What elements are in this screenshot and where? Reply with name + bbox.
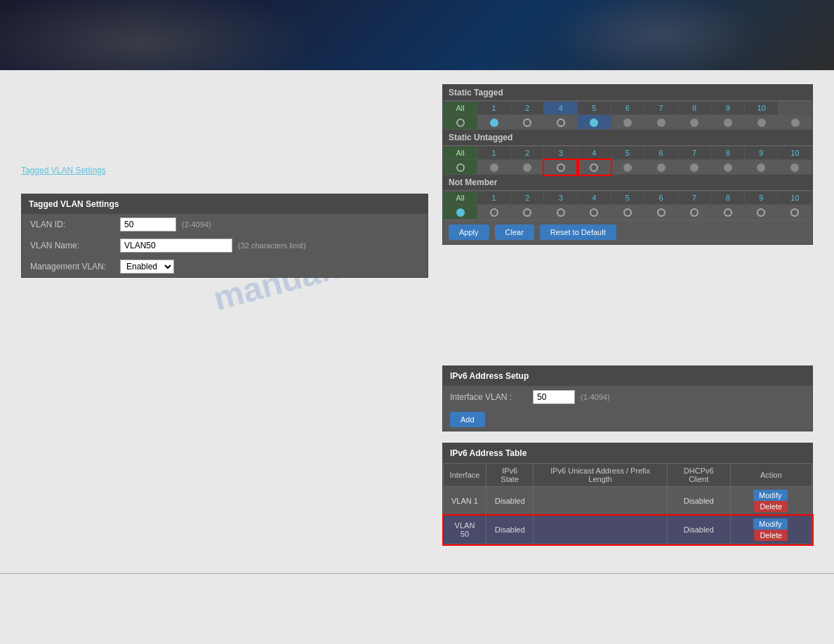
ucol-9: 9 bbox=[745, 147, 779, 160]
ipv6-interface-row: Interface VLAN : (1-4094) bbox=[443, 386, 812, 408]
mgmt-vlan-select[interactable]: Enabled Disabled bbox=[120, 260, 174, 274]
all-cell[interactable] bbox=[444, 115, 477, 130]
radio-n7[interactable] bbox=[690, 208, 699, 217]
vlan-settings-link[interactable]: Tagged VLAN Settings bbox=[21, 166, 428, 175]
vlan1-delete-btn[interactable]: Delete bbox=[754, 501, 788, 512]
ipv6-address-table: Interface IPv6 State IPv6 Unicast Addres… bbox=[443, 463, 812, 544]
radio-n10[interactable] bbox=[790, 208, 799, 217]
ncol-2: 2 bbox=[510, 192, 544, 205]
ipv6-table-title: IPv6 Address Table bbox=[443, 443, 812, 463]
col-action: Action bbox=[730, 464, 812, 487]
ucol-2: 2 bbox=[510, 147, 544, 160]
vlan-name-input[interactable] bbox=[120, 239, 232, 253]
ncol-8: 8 bbox=[711, 192, 745, 205]
radio-7[interactable] bbox=[690, 119, 699, 127]
vlan50-delete-btn[interactable]: Delete bbox=[754, 530, 788, 541]
static-tagged-table: All 1 2 4 5 6 7 8 9 10 bbox=[443, 101, 812, 130]
static-untagged-row bbox=[444, 160, 812, 175]
radio-n6[interactable] bbox=[657, 208, 666, 217]
radio-u1[interactable] bbox=[490, 163, 498, 172]
interface-vlan-label: Interface VLAN : bbox=[450, 392, 527, 402]
radio-u2[interactable] bbox=[523, 163, 531, 172]
radio-untagged-all[interactable] bbox=[456, 163, 465, 172]
radio-2[interactable] bbox=[523, 119, 531, 127]
ncol-9: 9 bbox=[745, 192, 779, 205]
radio-u8[interactable] bbox=[724, 163, 732, 172]
static-tagged-header: Static Tagged bbox=[443, 85, 812, 101]
radio-8[interactable] bbox=[724, 119, 732, 127]
ipv6-table-panel: IPv6 Address Table Interface IPv6 State … bbox=[442, 443, 813, 545]
static-tagged-row bbox=[444, 115, 812, 130]
vlan-id-row: VLAN ID: (2-4094) bbox=[22, 214, 428, 235]
vlan-port-panel: Static Tagged All 1 2 4 5 6 7 bbox=[442, 84, 813, 245]
vlan50-modify-btn[interactable]: Modify bbox=[753, 518, 787, 530]
radio-3[interactable] bbox=[557, 119, 565, 127]
col-ipv6-state: IPv6 State bbox=[486, 464, 533, 487]
radio-u10[interactable] bbox=[790, 163, 799, 172]
tagged-vlan-settings-panel: Tagged VLAN Settings VLAN ID: (2-4094) V… bbox=[21, 194, 428, 278]
radio-n2[interactable] bbox=[523, 208, 531, 217]
reset-button[interactable]: Reset to Default bbox=[540, 224, 616, 240]
clear-button[interactable]: Clear bbox=[495, 224, 534, 240]
radio-u6[interactable] bbox=[657, 163, 666, 172]
vlan50-dhcp: Disabled bbox=[667, 516, 730, 544]
col-interface: Interface bbox=[444, 464, 486, 487]
static-untagged-table: All 1 2 3 4 5 6 7 8 9 10 bbox=[443, 146, 812, 175]
radio-9[interactable] bbox=[757, 119, 766, 127]
radio-u5[interactable] bbox=[623, 163, 632, 172]
ucol-3: 3 bbox=[544, 147, 578, 160]
radio-5[interactable] bbox=[623, 119, 632, 127]
ucol-8: 8 bbox=[711, 147, 745, 160]
vlan1-state: Disabled bbox=[486, 487, 533, 516]
ucol-4: 4 bbox=[578, 147, 611, 160]
ncol-7: 7 bbox=[677, 192, 711, 205]
static-untagged-header: Static Untagged bbox=[443, 130, 812, 146]
ncol-10: 10 bbox=[778, 192, 812, 205]
radio-u3[interactable] bbox=[557, 163, 565, 172]
radio-nm-all[interactable] bbox=[456, 208, 465, 217]
radio-4-tagged[interactable] bbox=[590, 119, 598, 127]
vlan-name-label: VLAN Name: bbox=[30, 241, 114, 250]
radio-all[interactable] bbox=[456, 119, 465, 127]
radio-n1[interactable] bbox=[490, 208, 498, 217]
radio-10[interactable] bbox=[791, 119, 800, 127]
radio-6[interactable] bbox=[657, 119, 666, 127]
vlan1-address bbox=[534, 487, 667, 516]
ipv6-setup-panel: IPv6 Address Setup Interface VLAN : (1-4… bbox=[442, 365, 813, 431]
table-row-highlighted: VLAN 50 Disabled Disabled Modify Delete bbox=[444, 516, 812, 544]
vlan-id-input[interactable] bbox=[120, 217, 176, 232]
radio-n3[interactable] bbox=[557, 208, 565, 217]
settings-panel-title: Tagged VLAN Settings bbox=[22, 194, 428, 214]
col-dhcpv6: DHCPv6 Client bbox=[667, 464, 730, 487]
not-member-body: All 1 2 3 4 5 6 7 8 9 10 bbox=[443, 191, 812, 220]
vlan-name-hint: (32 characters limit) bbox=[238, 241, 306, 250]
ncol-6: 6 bbox=[644, 192, 678, 205]
vlan1-interface: VLAN 1 bbox=[444, 487, 486, 516]
ucol-6: 6 bbox=[644, 147, 678, 160]
ipv6-setup-title: IPv6 Address Setup bbox=[443, 366, 812, 386]
ipv6-add-button[interactable]: Add bbox=[450, 412, 485, 427]
radio-u9[interactable] bbox=[757, 163, 765, 172]
interface-vlan-input[interactable] bbox=[533, 390, 575, 404]
mgmt-vlan-row: Management VLAN: Enabled Disabled bbox=[22, 256, 428, 277]
apply-button[interactable]: Apply bbox=[449, 224, 489, 240]
radio-n5[interactable] bbox=[623, 208, 632, 217]
col-2: 2 bbox=[510, 102, 544, 115]
radio-u4[interactable] bbox=[590, 163, 598, 172]
static-tagged-all-th: All bbox=[444, 102, 477, 115]
radio-n4[interactable] bbox=[590, 208, 598, 217]
radio-n9[interactable] bbox=[757, 208, 765, 217]
left-column: Tagged VLAN Settings Tagged VLAN Setting… bbox=[21, 84, 428, 278]
vlan1-modify-btn[interactable]: Modify bbox=[753, 490, 787, 501]
ncol-1: 1 bbox=[477, 192, 511, 205]
ncol-3: 3 bbox=[544, 192, 578, 205]
ucol-7: 7 bbox=[677, 147, 711, 160]
right-column: Static Tagged All 1 2 4 5 6 7 bbox=[442, 84, 813, 545]
ipv6-table-header-row: Interface IPv6 State IPv6 Unicast Addres… bbox=[444, 464, 812, 487]
untagged-all-th: All bbox=[444, 147, 477, 160]
interface-vlan-hint: (1-4094) bbox=[581, 393, 610, 401]
radio-n8[interactable] bbox=[724, 208, 732, 217]
radio-u7[interactable] bbox=[690, 163, 699, 172]
ncol-4: 4 bbox=[578, 192, 611, 205]
radio-1[interactable] bbox=[490, 119, 498, 127]
